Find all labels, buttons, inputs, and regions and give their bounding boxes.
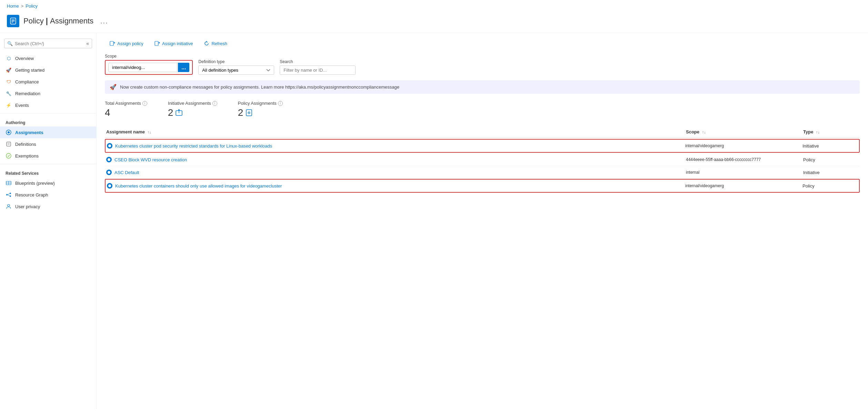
total-info-icon[interactable]: i bbox=[142, 101, 147, 106]
svg-rect-20 bbox=[155, 41, 158, 46]
sidebar-item-resource-graph[interactable]: Resource Graph bbox=[0, 189, 96, 201]
page-icon bbox=[7, 15, 19, 27]
sidebar-item-user-privacy[interactable]: User privacy bbox=[0, 201, 96, 212]
table-row: Kubernetes cluster containers should onl… bbox=[105, 179, 860, 193]
svg-point-5 bbox=[8, 131, 10, 133]
search-box[interactable]: 🔍 « bbox=[4, 39, 92, 48]
overview-icon: ⬡ bbox=[6, 55, 12, 61]
breadcrumb-policy[interactable]: Policy bbox=[26, 3, 38, 9]
col-type-sort-icon: ↑↓ bbox=[816, 130, 820, 134]
breadcrumb: Home > Policy bbox=[0, 0, 868, 12]
filter-row: Scope ... Definition type All definition… bbox=[105, 54, 860, 75]
refresh-icon bbox=[204, 41, 209, 46]
row-name-cell: ASC Default bbox=[106, 170, 686, 175]
scope-label: Scope bbox=[105, 54, 193, 59]
scope-browse-button[interactable]: ... bbox=[178, 63, 189, 72]
breadcrumb-separator: > bbox=[21, 3, 24, 9]
col-type-header[interactable]: Type ↑↓ bbox=[803, 129, 858, 134]
search-filter-group: Search bbox=[280, 59, 356, 75]
sidebar-item-compliance[interactable]: 🛡 Compliance bbox=[0, 76, 96, 88]
search-icon: 🔍 bbox=[7, 41, 13, 46]
getting-started-icon: 🚀 bbox=[6, 67, 12, 73]
assign-policy-icon bbox=[110, 41, 115, 46]
policy-icon bbox=[9, 17, 17, 25]
sidebar-item-blueprints[interactable]: Blueprints (preview) bbox=[0, 177, 96, 189]
resource-graph-icon bbox=[6, 192, 12, 198]
assign-initiative-button[interactable]: Assign initiative bbox=[150, 39, 198, 48]
row-type-cell: Initiative bbox=[803, 170, 858, 175]
sidebar-item-definitions[interactable]: Definitions bbox=[0, 138, 96, 150]
info-banner: 🚀 Now create custom non-compliance messa… bbox=[105, 80, 860, 94]
svg-point-22 bbox=[178, 109, 180, 111]
assignments-icon bbox=[6, 129, 12, 135]
row-policy-icon bbox=[107, 183, 112, 189]
sidebar-item-events[interactable]: ⚡ Events bbox=[0, 99, 96, 111]
initiative-info-icon[interactable]: i bbox=[212, 101, 217, 106]
collapse-button[interactable]: « bbox=[86, 41, 89, 46]
remediation-icon: 🔧 bbox=[6, 90, 12, 97]
initiative-stat-icon bbox=[175, 109, 183, 117]
row-name-link[interactable]: Kubernetes cluster containers should onl… bbox=[115, 183, 282, 189]
def-type-label: Definition type bbox=[198, 59, 274, 64]
svg-line-17 bbox=[8, 195, 10, 196]
scope-container: ... bbox=[105, 60, 193, 75]
stats-row: Total Assignments i 4 Initiative Assignm… bbox=[105, 101, 860, 118]
row-scope-cell: internal/videogamerg bbox=[685, 143, 802, 148]
exemptions-icon bbox=[6, 153, 12, 159]
svg-point-13 bbox=[6, 194, 8, 195]
row-policy-icon bbox=[106, 157, 112, 162]
page-title: Policy | Assignments bbox=[23, 17, 93, 26]
def-type-select[interactable]: All definition types bbox=[198, 65, 274, 75]
row-scope-cell: 4444eeee-55ff-aaaa-bb66-cccccccc7777 bbox=[686, 157, 803, 162]
sidebar-item-getting-started[interactable]: 🚀 Getting started bbox=[0, 64, 96, 76]
policy-info-icon[interactable]: i bbox=[278, 101, 283, 106]
scope-wrapper: ... bbox=[108, 63, 189, 72]
assign-policy-button[interactable]: Assign policy bbox=[105, 39, 148, 48]
table-row: Kubernetes cluster pod security restrict… bbox=[105, 139, 860, 153]
sidebar-item-assignments[interactable]: Assignments bbox=[0, 127, 96, 138]
related-services-label: Related Services bbox=[0, 166, 96, 177]
col-name-header[interactable]: Assignment name ↑↓ bbox=[106, 129, 686, 134]
svg-point-15 bbox=[10, 195, 11, 197]
refresh-button[interactable]: Refresh bbox=[199, 39, 232, 48]
col-scope-header[interactable]: Scope ↑↓ bbox=[686, 129, 803, 134]
sidebar-item-remediation[interactable]: 🔧 Remediation bbox=[0, 88, 96, 99]
row-name-link[interactable]: CSEO Block WVD resource creation bbox=[114, 157, 187, 162]
initiative-assignments-stat: Initiative Assignments i 2 bbox=[168, 101, 217, 118]
main-content: Assign policy Assign initiative Refresh … bbox=[97, 33, 868, 409]
row-name-cell: Kubernetes cluster pod security restrict… bbox=[107, 143, 685, 149]
def-type-filter-group: Definition type All definition types bbox=[198, 59, 274, 75]
row-type-cell: Policy bbox=[803, 157, 858, 162]
toolbar: Assign policy Assign initiative Refresh bbox=[105, 39, 860, 48]
blueprints-icon bbox=[6, 180, 12, 186]
scope-input[interactable] bbox=[108, 63, 177, 72]
row-type-cell: Policy bbox=[802, 183, 858, 189]
svg-rect-6 bbox=[7, 142, 11, 146]
row-policy-icon bbox=[106, 170, 112, 175]
row-policy-icon bbox=[107, 143, 112, 149]
assignments-search-input[interactable] bbox=[280, 65, 356, 75]
col-name-sort-icon: ↑↓ bbox=[148, 130, 151, 134]
svg-point-18 bbox=[8, 204, 10, 206]
row-name-link[interactable]: Kubernetes cluster pod security restrict… bbox=[115, 143, 272, 149]
sidebar-item-overview[interactable]: ⬡ Overview bbox=[0, 52, 96, 64]
policy-assignments-stat: Policy Assignments i 2 bbox=[238, 101, 283, 118]
row-type-cell: Initiative bbox=[802, 143, 858, 149]
rocket-icon: 🚀 bbox=[110, 84, 117, 90]
col-scope-sort-icon: ↑↓ bbox=[702, 130, 706, 134]
more-button[interactable]: ... bbox=[100, 17, 108, 25]
assign-initiative-icon bbox=[154, 41, 160, 46]
svg-point-14 bbox=[10, 193, 11, 194]
breadcrumb-home[interactable]: Home bbox=[7, 3, 19, 9]
row-scope-cell: internal bbox=[686, 170, 803, 175]
search-input[interactable] bbox=[15, 41, 84, 46]
compliance-icon: 🛡 bbox=[6, 79, 12, 85]
row-name-cell: Kubernetes cluster containers should onl… bbox=[107, 183, 685, 189]
policy-stat-icon bbox=[245, 109, 253, 117]
total-assignments-stat: Total Assignments i 4 bbox=[105, 101, 147, 118]
sidebar-item-exemptions[interactable]: Exemptions bbox=[0, 150, 96, 162]
svg-point-26 bbox=[249, 112, 249, 113]
scope-filter-group: Scope ... bbox=[105, 54, 193, 75]
row-name-link[interactable]: ASC Default bbox=[114, 170, 139, 175]
search-filter-label: Search bbox=[280, 59, 356, 64]
